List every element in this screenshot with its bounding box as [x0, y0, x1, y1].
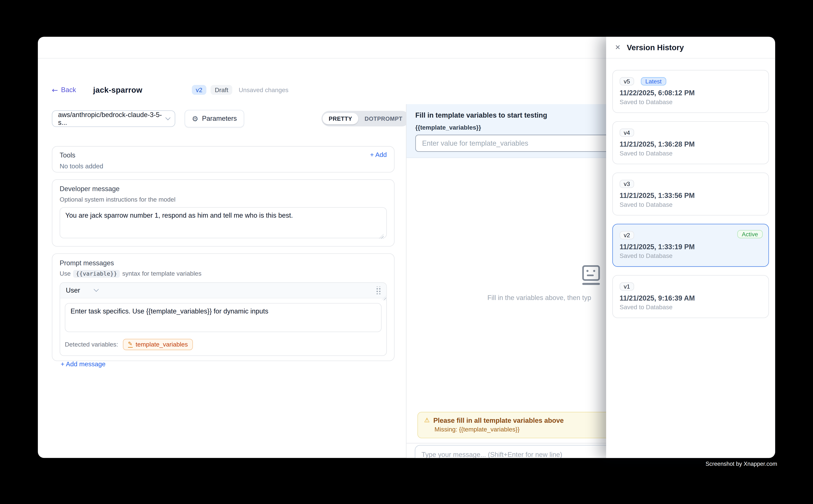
version-card-v5[interactable]: v5 Latest 11/22/2025, 6:08:12 PM Saved t… — [613, 70, 769, 113]
prompt-hint: Use {{variable}} syntax for template var… — [60, 270, 387, 277]
edit-pencil-icon: ✎ — [128, 341, 132, 347]
hint-suffix: syntax for template variables — [122, 270, 201, 277]
toggle-dotprompt[interactable]: DOTPROMPT — [358, 113, 409, 124]
version-timestamp: 11/21/2025, 1:33:19 PM — [620, 243, 762, 251]
message-role-header: User — [60, 283, 386, 298]
back-arrow-icon: ← — [52, 86, 58, 94]
page-title: jack-sparrow — [93, 85, 142, 94]
version-timestamp: 11/22/2025, 6:08:12 PM — [620, 89, 762, 97]
version-number-badge: v4 — [620, 128, 634, 137]
version-number-badge: v5 — [620, 77, 634, 85]
parameters-label: Parameters — [202, 114, 237, 122]
version-timestamp: 11/21/2025, 1:36:28 PM — [620, 140, 762, 148]
version-card-v4[interactable]: v4 11/21/2025, 1:36:28 PM Saved to Datab… — [613, 121, 769, 164]
tools-title: Tools — [60, 151, 75, 159]
version-saved-text: Saved to Database — [620, 150, 762, 157]
version-history-header: ✕ Version History — [606, 37, 775, 58]
user-message-block: User Enter task specifics. Use {{templat… — [60, 282, 387, 356]
robot-face-icon — [582, 265, 600, 280]
drag-handle-icon[interactable] — [375, 286, 381, 294]
user-message-input[interactable]: Enter task specifics. Use {{template_var… — [65, 303, 382, 332]
version-saved-text: Saved to Database — [620, 201, 762, 208]
model-select-value: aws/anthropic/bedrock-claude-3-5-s... — [58, 111, 165, 126]
parameters-button[interactable]: ⚙ Parameters — [184, 109, 244, 127]
version-card-v1[interactable]: v1 11/21/2025, 9:16:39 AM Saved to Datab… — [613, 275, 769, 318]
gear-icon: ⚙ — [192, 114, 198, 123]
version-timestamp: 11/21/2025, 9:16:39 AM — [620, 294, 762, 302]
back-button[interactable]: ← Back — [52, 86, 76, 94]
detected-variable-chip[interactable]: ✎ template_variables — [123, 339, 193, 350]
draft-badge: Draft — [211, 85, 233, 95]
latest-badge: Latest — [641, 77, 666, 85]
prompt-messages-card: Prompt messages Use {{variable}} syntax … — [52, 253, 395, 361]
close-icon[interactable]: ✕ — [615, 43, 621, 51]
tools-empty-text: No tools added — [60, 162, 387, 170]
detected-variables-row: Detected variables: ✎ template_variables — [60, 336, 386, 355]
tools-card: Tools + Add No tools added — [52, 146, 395, 172]
chevron-down-icon — [94, 287, 99, 292]
version-badge: v2 — [191, 85, 207, 95]
page-header: ← Back jack-sparrow v2 Draft Unsaved cha… — [38, 82, 289, 98]
add-tool-button[interactable]: + Add — [370, 151, 387, 158]
hint-prefix: Use — [60, 270, 71, 277]
detected-variable-name: template_variables — [136, 341, 188, 348]
model-toolbar: aws/anthropic/bedrock-claude-3-5-s... ⚙ … — [52, 109, 244, 127]
version-number-badge: v2 — [620, 231, 634, 239]
view-mode-toggle: PRETTY DOTPROMPT — [322, 111, 410, 126]
version-saved-text: Saved to Database — [620, 303, 762, 311]
stage: ← Back jack-sparrow v2 Draft Unsaved cha… — [0, 0, 813, 504]
version-card-v3[interactable]: v3 11/21/2025, 1:33:56 PM Saved to Datab… — [613, 172, 769, 215]
warning-icon: ⚠ — [424, 416, 430, 424]
variable-syntax-chip: {{variable}} — [73, 270, 120, 277]
developer-message-subtitle: Optional system instructions for the mod… — [60, 196, 387, 203]
developer-message-input[interactable]: You are jack sparrow number 1, respond a… — [60, 207, 387, 238]
version-number-badge: v3 — [620, 179, 634, 188]
version-history-panel: ✕ Version History v5 Latest 11/22/2025, … — [606, 37, 775, 458]
toggle-pretty[interactable]: PRETTY — [322, 113, 358, 124]
developer-message-card: Developer message Optional system instru… — [52, 179, 395, 246]
developer-message-title: Developer message — [60, 185, 387, 192]
add-message-button[interactable]: + Add message — [61, 360, 105, 368]
version-number-badge: v1 — [620, 282, 634, 290]
unsaved-changes-text: Unsaved changes — [239, 86, 289, 93]
chat-empty-state-text: Fill in the variables above, then typ — [487, 294, 591, 301]
screenshot-watermark: Screenshot by Xnapper.com — [706, 461, 777, 467]
prompt-messages-title: Prompt messages — [60, 259, 387, 267]
chevron-down-icon — [165, 115, 170, 120]
version-card-v2-active[interactable]: v2 Active 11/21/2025, 1:33:19 PM Saved t… — [613, 224, 769, 267]
model-select[interactable]: aws/anthropic/bedrock-claude-3-5-s... — [52, 110, 175, 127]
robot-face-icon-base — [582, 283, 600, 285]
version-saved-text: Saved to Database — [620, 98, 762, 105]
role-select-value: User — [66, 286, 80, 294]
version-timestamp: 11/21/2025, 1:33:56 PM — [620, 191, 762, 199]
version-saved-text: Saved to Database — [620, 252, 762, 259]
back-label: Back — [61, 86, 76, 94]
version-history-title: Version History — [627, 43, 684, 52]
role-select[interactable]: User — [66, 286, 97, 294]
active-badge: Active — [737, 230, 763, 238]
detected-variables-label: Detected variables: — [65, 341, 118, 348]
warning-title: Please fill in all template variables ab… — [433, 416, 564, 424]
